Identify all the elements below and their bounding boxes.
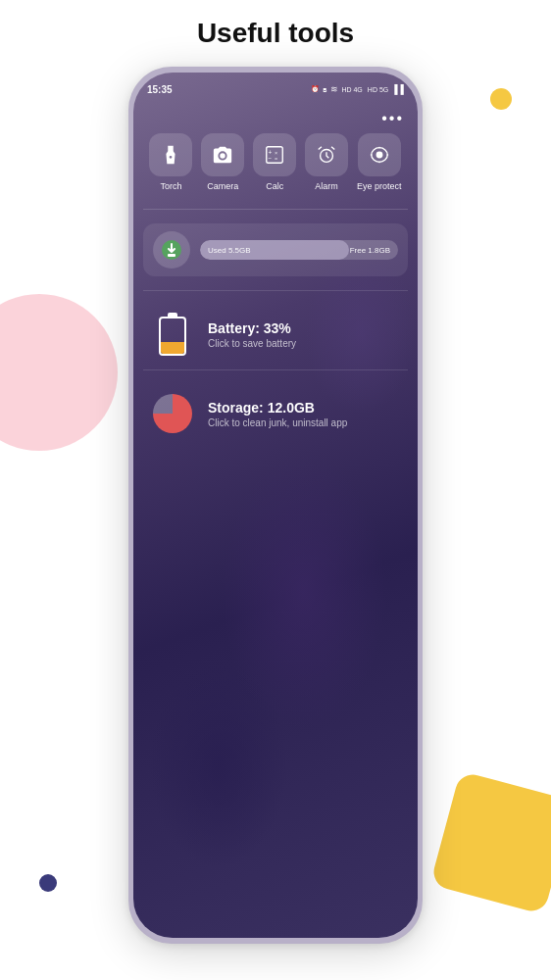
hd-4g-icon: HD 4G: [341, 86, 362, 93]
storage-bar-container: Used 5.5GB Free 1.8GB: [200, 240, 398, 260]
storage-pie-icon: [153, 394, 192, 433]
camera-tool[interactable]: Camera: [201, 133, 244, 191]
content-area: ••• Torch: [133, 100, 418, 938]
battery-title: Battery: 33%: [208, 320, 400, 336]
battery-subtitle: Click to save battery: [208, 338, 400, 349]
camera-icon-circle[interactable]: [201, 133, 244, 176]
alarm-tool[interactable]: Alarm: [305, 133, 348, 191]
blob-yellow-dot-decoration: [490, 88, 512, 110]
eye-protect-tool[interactable]: Eye protect: [357, 133, 402, 191]
torch-tool[interactable]: Torch: [149, 133, 192, 191]
hd-5g-icon: HD 5G: [368, 86, 388, 93]
calc-icon: + × − =: [264, 144, 285, 166]
svg-rect-8: [168, 254, 175, 257]
blob-pink-decoration: [0, 294, 118, 451]
storage-subtitle: Click to clean junk, uninstall app: [208, 417, 400, 428]
svg-text:=: =: [275, 156, 277, 162]
tools-row: Torch Camera +: [143, 133, 408, 191]
battery-card[interactable]: Battery: 33% Click to save battery: [143, 303, 408, 366]
page-title: Useful tools: [0, 18, 551, 49]
cleaner-icon-circle: [153, 231, 190, 269]
divider-1: [143, 209, 408, 210]
svg-text:×: ×: [275, 150, 277, 156]
torch-label: Torch: [160, 181, 181, 191]
status-bar: 15:35 ⏰ ʙ ≋ HD 4G HD 5G ▐▐: [133, 73, 418, 100]
calc-icon-circle[interactable]: + × − =: [253, 133, 296, 176]
storage-title: Storage: 12.0GB: [208, 400, 400, 416]
battery-icon-area: [151, 313, 194, 356]
free-label: Free 1.8GB: [350, 246, 390, 255]
bluetooth-icon: ʙ: [323, 85, 327, 94]
alarm-status-icon: ⏰: [311, 85, 320, 93]
alarm-icon: [316, 144, 337, 166]
blob-yellow-shape-decoration: [430, 771, 551, 915]
three-dots-icon[interactable]: •••: [381, 110, 404, 126]
camera-icon: [212, 144, 233, 166]
camera-label: Camera: [207, 181, 238, 191]
battery-info-text: Battery: 33% Click to save battery: [208, 320, 400, 349]
alarm-label: Alarm: [315, 181, 338, 191]
status-time: 15:35: [147, 84, 173, 95]
phone-frame: 15:35 ⏰ ʙ ≋ HD 4G HD 5G ▐▐ •••: [128, 67, 423, 944]
storage-info-text: Storage: 12.0GB Click to clean junk, uni…: [208, 400, 400, 428]
alarm-icon-circle[interactable]: [305, 133, 348, 176]
storage-bar-labels: Used 5.5GB Free 1.8GB: [200, 240, 398, 260]
torch-icon: [160, 144, 181, 166]
divider-3: [143, 369, 408, 370]
eye-protect-label: Eye protect: [357, 181, 402, 191]
storage-icon-area: [151, 392, 194, 435]
eye-protect-icon: [369, 144, 390, 166]
calc-label: Calc: [266, 181, 283, 191]
used-label: Used 5.5GB: [208, 246, 251, 255]
status-icons: ⏰ ʙ ≋ HD 4G HD 5G ▐▐: [311, 84, 404, 94]
wifi-icon: ≋: [330, 84, 338, 94]
calc-tool[interactable]: + × − = Calc: [253, 133, 296, 191]
svg-text:−: −: [269, 155, 273, 162]
blob-navy-dot-decoration: [39, 874, 57, 892]
storage-bar-bg: Used 5.5GB Free 1.8GB: [200, 240, 398, 260]
eye-protect-icon-circle[interactable]: [358, 133, 401, 176]
three-dots-menu[interactable]: •••: [143, 110, 408, 127]
storage-card-info[interactable]: Storage: 12.0GB Click to clean junk, uni…: [143, 382, 408, 445]
battery-icon: [159, 313, 186, 356]
torch-icon-circle[interactable]: [149, 133, 192, 176]
phone-screen: 15:35 ⏰ ʙ ≋ HD 4G HD 5G ▐▐ •••: [133, 73, 418, 938]
svg-point-6: [376, 152, 382, 158]
divider-2: [143, 290, 408, 291]
cleaner-icon: [160, 238, 183, 262]
storage-bar-card[interactable]: Used 5.5GB Free 1.8GB: [143, 223, 408, 276]
signal-icon: ▐▐: [391, 84, 404, 94]
